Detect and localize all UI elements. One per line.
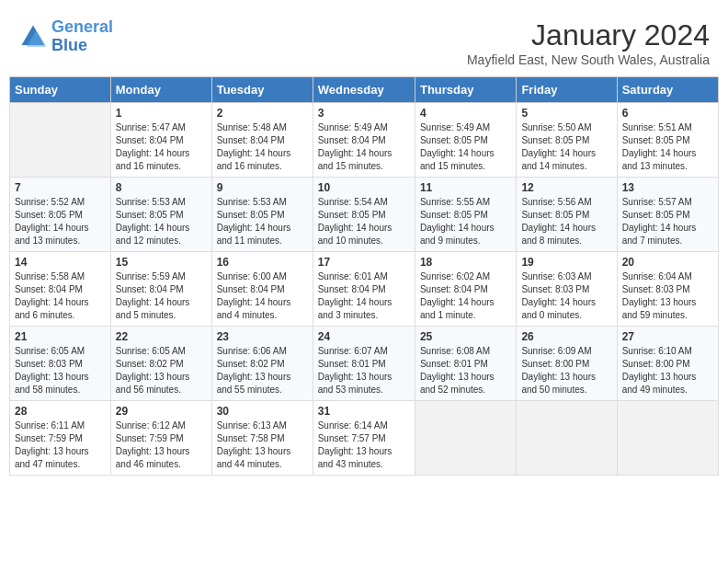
day-info: Sunrise: 6:05 AM Sunset: 8:03 PM Dayligh… bbox=[15, 345, 106, 396]
day-number: 27 bbox=[622, 330, 713, 343]
day-number: 8 bbox=[116, 181, 207, 194]
calendar-day-cell: 6Sunrise: 5:51 AM Sunset: 8:05 PM Daylig… bbox=[617, 103, 718, 178]
calendar-day-cell bbox=[415, 401, 516, 476]
weekday-header: Wednesday bbox=[313, 77, 415, 103]
weekday-header: Tuesday bbox=[211, 77, 313, 103]
calendar-day-cell: 2Sunrise: 5:48 AM Sunset: 8:04 PM Daylig… bbox=[211, 103, 313, 178]
day-info: Sunrise: 6:05 AM Sunset: 8:02 PM Dayligh… bbox=[116, 345, 207, 396]
calendar-day-cell: 19Sunrise: 6:03 AM Sunset: 8:03 PM Dayli… bbox=[517, 252, 617, 327]
day-info: Sunrise: 5:58 AM Sunset: 8:04 PM Dayligh… bbox=[15, 270, 106, 322]
day-number: 26 bbox=[521, 330, 611, 343]
day-info: Sunrise: 5:48 AM Sunset: 8:04 PM Dayligh… bbox=[217, 121, 308, 173]
day-number: 29 bbox=[116, 405, 207, 418]
calendar-day-cell: 18Sunrise: 6:02 AM Sunset: 8:04 PM Dayli… bbox=[415, 252, 516, 327]
calendar-day-cell: 29Sunrise: 6:12 AM Sunset: 7:59 PM Dayli… bbox=[110, 401, 211, 476]
day-number: 20 bbox=[622, 256, 713, 269]
day-info: Sunrise: 5:53 AM Sunset: 8:05 PM Dayligh… bbox=[217, 196, 308, 247]
calendar-day-cell bbox=[10, 103, 111, 178]
day-info: Sunrise: 5:55 AM Sunset: 8:05 PM Dayligh… bbox=[420, 196, 511, 247]
calendar-day-cell: 13Sunrise: 5:57 AM Sunset: 8:05 PM Dayli… bbox=[617, 178, 718, 252]
day-info: Sunrise: 5:52 AM Sunset: 8:05 PM Dayligh… bbox=[15, 196, 106, 247]
day-info: Sunrise: 6:06 AM Sunset: 8:02 PM Dayligh… bbox=[217, 345, 308, 396]
day-number: 12 bbox=[521, 181, 611, 194]
calendar-day-cell: 24Sunrise: 6:07 AM Sunset: 8:01 PM Dayli… bbox=[313, 327, 415, 401]
calendar-week-row: 28Sunrise: 6:11 AM Sunset: 7:59 PM Dayli… bbox=[10, 401, 719, 476]
calendar-day-cell: 11Sunrise: 5:55 AM Sunset: 8:05 PM Dayli… bbox=[415, 178, 516, 252]
day-number: 25 bbox=[420, 330, 511, 343]
day-info: Sunrise: 6:10 AM Sunset: 8:00 PM Dayligh… bbox=[622, 345, 713, 396]
calendar-day-cell: 7Sunrise: 5:52 AM Sunset: 8:05 PM Daylig… bbox=[10, 178, 111, 252]
day-info: Sunrise: 5:49 AM Sunset: 8:05 PM Dayligh… bbox=[420, 121, 511, 173]
day-number: 18 bbox=[420, 256, 511, 269]
calendar-week-row: 1Sunrise: 5:47 AM Sunset: 8:04 PM Daylig… bbox=[10, 103, 719, 178]
logo: General Blue bbox=[18, 18, 113, 55]
day-info: Sunrise: 5:49 AM Sunset: 8:04 PM Dayligh… bbox=[318, 121, 410, 173]
day-number: 5 bbox=[521, 107, 611, 120]
calendar-day-cell: 31Sunrise: 6:14 AM Sunset: 7:57 PM Dayli… bbox=[313, 401, 415, 476]
day-number: 3 bbox=[318, 107, 410, 120]
calendar-day-cell: 14Sunrise: 5:58 AM Sunset: 8:04 PM Dayli… bbox=[10, 252, 111, 327]
day-number: 23 bbox=[217, 330, 308, 343]
weekday-header: Monday bbox=[110, 77, 211, 103]
day-number: 24 bbox=[318, 330, 410, 343]
day-number: 31 bbox=[318, 405, 410, 418]
calendar-week-row: 7Sunrise: 5:52 AM Sunset: 8:05 PM Daylig… bbox=[10, 178, 719, 252]
day-number: 6 bbox=[622, 107, 713, 120]
calendar-day-cell: 27Sunrise: 6:10 AM Sunset: 8:00 PM Dayli… bbox=[617, 327, 718, 401]
day-info: Sunrise: 6:11 AM Sunset: 7:59 PM Dayligh… bbox=[15, 419, 106, 471]
logo-text: General Blue bbox=[51, 18, 113, 55]
day-info: Sunrise: 6:08 AM Sunset: 8:01 PM Dayligh… bbox=[420, 345, 511, 396]
calendar-day-cell: 17Sunrise: 6:01 AM Sunset: 8:04 PM Dayli… bbox=[313, 252, 415, 327]
calendar-day-cell: 21Sunrise: 6:05 AM Sunset: 8:03 PM Dayli… bbox=[10, 327, 111, 401]
day-number: 13 bbox=[622, 181, 713, 194]
day-number: 14 bbox=[15, 256, 106, 269]
day-number: 1 bbox=[116, 107, 207, 120]
page-header: General Blue January 2024 Mayfield East,… bbox=[9, 9, 719, 72]
day-info: Sunrise: 5:56 AM Sunset: 8:05 PM Dayligh… bbox=[521, 196, 611, 247]
day-number: 28 bbox=[15, 405, 106, 418]
calendar-day-cell: 20Sunrise: 6:04 AM Sunset: 8:03 PM Dayli… bbox=[617, 252, 718, 327]
calendar-day-cell: 8Sunrise: 5:53 AM Sunset: 8:05 PM Daylig… bbox=[110, 178, 211, 252]
day-info: Sunrise: 6:12 AM Sunset: 7:59 PM Dayligh… bbox=[116, 419, 207, 471]
day-info: Sunrise: 6:09 AM Sunset: 8:00 PM Dayligh… bbox=[521, 345, 611, 396]
calendar-day-cell: 1Sunrise: 5:47 AM Sunset: 8:04 PM Daylig… bbox=[110, 103, 211, 178]
day-info: Sunrise: 6:13 AM Sunset: 7:58 PM Dayligh… bbox=[217, 419, 308, 471]
day-info: Sunrise: 6:00 AM Sunset: 8:04 PM Dayligh… bbox=[217, 270, 308, 322]
calendar-day-cell bbox=[617, 401, 718, 476]
day-number: 17 bbox=[318, 256, 410, 269]
day-number: 22 bbox=[116, 330, 207, 343]
logo-icon bbox=[18, 22, 48, 52]
calendar-table: SundayMondayTuesdayWednesdayThursdayFrid… bbox=[9, 76, 719, 476]
title-block: January 2024 Mayfield East, New South Wa… bbox=[467, 18, 710, 67]
calendar-day-cell: 30Sunrise: 6:13 AM Sunset: 7:58 PM Dayli… bbox=[211, 401, 313, 476]
day-number: 2 bbox=[217, 107, 308, 120]
weekday-header-row: SundayMondayTuesdayWednesdayThursdayFrid… bbox=[10, 77, 719, 103]
calendar-day-cell: 10Sunrise: 5:54 AM Sunset: 8:05 PM Dayli… bbox=[313, 178, 415, 252]
calendar-day-cell: 16Sunrise: 6:00 AM Sunset: 8:04 PM Dayli… bbox=[211, 252, 313, 327]
calendar-day-cell: 25Sunrise: 6:08 AM Sunset: 8:01 PM Dayli… bbox=[415, 327, 516, 401]
calendar-day-cell: 26Sunrise: 6:09 AM Sunset: 8:00 PM Dayli… bbox=[517, 327, 617, 401]
calendar-day-cell: 12Sunrise: 5:56 AM Sunset: 8:05 PM Dayli… bbox=[517, 178, 617, 252]
calendar-day-cell: 9Sunrise: 5:53 AM Sunset: 8:05 PM Daylig… bbox=[211, 178, 313, 252]
day-info: Sunrise: 5:54 AM Sunset: 8:05 PM Dayligh… bbox=[318, 196, 410, 247]
day-number: 7 bbox=[15, 181, 106, 194]
weekday-header: Thursday bbox=[415, 77, 516, 103]
day-info: Sunrise: 5:53 AM Sunset: 8:05 PM Dayligh… bbox=[116, 196, 207, 247]
calendar-day-cell: 15Sunrise: 5:59 AM Sunset: 8:04 PM Dayli… bbox=[110, 252, 211, 327]
day-info: Sunrise: 5:47 AM Sunset: 8:04 PM Dayligh… bbox=[116, 121, 207, 173]
day-number: 21 bbox=[15, 330, 106, 343]
day-number: 4 bbox=[420, 107, 511, 120]
calendar-day-cell: 4Sunrise: 5:49 AM Sunset: 8:05 PM Daylig… bbox=[415, 103, 516, 178]
day-number: 16 bbox=[217, 256, 308, 269]
weekday-header: Sunday bbox=[10, 77, 111, 103]
day-info: Sunrise: 5:50 AM Sunset: 8:05 PM Dayligh… bbox=[521, 121, 611, 173]
month-title: January 2024 bbox=[467, 18, 710, 52]
calendar-day-cell: 28Sunrise: 6:11 AM Sunset: 7:59 PM Dayli… bbox=[10, 401, 111, 476]
day-number: 10 bbox=[318, 181, 410, 194]
calendar-week-row: 14Sunrise: 5:58 AM Sunset: 8:04 PM Dayli… bbox=[10, 252, 719, 327]
weekday-header: Friday bbox=[517, 77, 617, 103]
calendar-day-cell bbox=[517, 401, 617, 476]
day-info: Sunrise: 6:03 AM Sunset: 8:03 PM Dayligh… bbox=[521, 270, 611, 322]
day-info: Sunrise: 6:04 AM Sunset: 8:03 PM Dayligh… bbox=[622, 270, 713, 322]
day-number: 30 bbox=[217, 405, 308, 418]
